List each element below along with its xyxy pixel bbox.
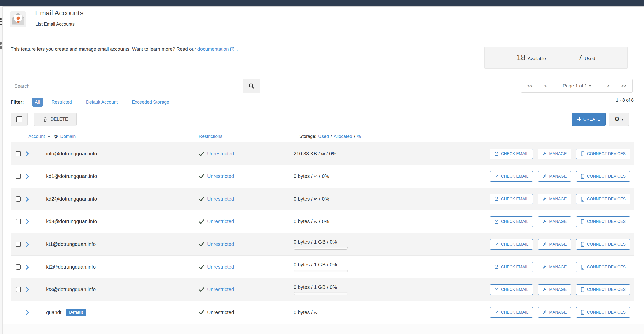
connect-devices-button[interactable]: CONNECT DEVICES: [576, 307, 630, 318]
mobile-device-icon: [581, 219, 585, 224]
external-link-icon: [494, 265, 499, 269]
storage-usage: 0 bytes / 1 GB / 0%: [294, 284, 337, 290]
expand-chevron-right-icon[interactable]: [25, 151, 30, 157]
expand-chevron-right-icon[interactable]: [25, 196, 30, 202]
check-email-button[interactable]: CHECK EMAIL: [490, 307, 533, 318]
external-link-icon: [494, 219, 499, 224]
mobile-device-icon: [581, 197, 585, 202]
intro-text: This feature lets you create and manage …: [11, 46, 238, 52]
filter-row: Filter: All Restricted Default Account E…: [11, 97, 183, 107]
available-value: 18: [517, 53, 525, 62]
connect-devices-button[interactable]: CONNECT DEVICES: [576, 171, 630, 182]
plus-icon: [577, 117, 581, 121]
expand-chevron-right-icon[interactable]: [25, 173, 30, 179]
wrench-icon: [542, 242, 547, 247]
row-checkbox[interactable]: [16, 174, 21, 179]
restriction-link[interactable]: Unrestricted: [207, 264, 234, 270]
external-link-icon: [494, 152, 499, 156]
top-navigation-bar: [0, 0, 644, 6]
restriction-link[interactable]: Unrestricted: [207, 151, 234, 157]
check-email-button[interactable]: CHECK EMAIL: [490, 239, 533, 250]
table-header: Account @ Domain Restrictions Storage: U…: [11, 131, 634, 142]
expand-chevron-right-icon[interactable]: [25, 241, 30, 247]
delete-button[interactable]: DELETE: [34, 113, 77, 126]
pagination-first-button[interactable]: <<: [521, 79, 539, 93]
table-row: kt3@dotrungquan.info Unrestricted 0 byte…: [11, 278, 634, 301]
expand-chevron-right-icon[interactable]: [25, 264, 30, 270]
account-email: kt2@dotrungquan.info: [46, 264, 96, 270]
usage-stats-box: 18 Available 7 Used: [484, 47, 628, 69]
connect-devices-button[interactable]: CONNECT DEVICES: [576, 194, 630, 204]
pagination-next-button[interactable]: >: [601, 79, 615, 93]
search-input[interactable]: [11, 79, 243, 93]
check-email-button[interactable]: CHECK EMAIL: [490, 216, 533, 227]
row-checkbox[interactable]: [16, 196, 21, 202]
check-email-button[interactable]: CHECK EMAIL: [490, 284, 533, 295]
sort-restrictions-link[interactable]: Restrictions: [199, 134, 222, 139]
table-row: quandt Default Unrestricted 0 bytes / ∞ …: [11, 301, 634, 324]
create-button[interactable]: CREATE: [572, 113, 606, 126]
sort-account-link[interactable]: Account: [28, 134, 45, 139]
pagination-page-selector[interactable]: Page 1 of 1 ▾: [552, 79, 601, 93]
expand-chevron-right-icon[interactable]: [25, 309, 30, 315]
restriction-link[interactable]: Unrestricted: [207, 196, 234, 202]
caret-down-icon: ▾: [622, 117, 623, 121]
row-checkbox[interactable]: [16, 219, 21, 224]
caret-down-icon: ▾: [589, 84, 591, 88]
row-checkbox[interactable]: [16, 242, 21, 247]
table-row: info@dotrungquan.info Unrestricted 210.3…: [11, 142, 634, 165]
manage-button[interactable]: MANAGE: [538, 216, 571, 227]
filter-restricted[interactable]: Restricted: [52, 100, 72, 105]
sort-domain-link[interactable]: Domain: [60, 134, 76, 139]
check-icon: [199, 310, 204, 315]
filter-exceeded-storage[interactable]: Exceeded Storage: [132, 100, 169, 105]
search-button[interactable]: [243, 79, 260, 93]
check-email-button[interactable]: CHECK EMAIL: [490, 149, 533, 159]
row-checkbox[interactable]: [16, 287, 21, 292]
sort-storage-used-link[interactable]: Used: [318, 134, 329, 139]
available-label: Available: [528, 56, 546, 61]
pagination-last-button[interactable]: >>: [615, 79, 633, 93]
restriction-link: Unrestricted: [207, 310, 234, 315]
connect-devices-button[interactable]: CONNECT DEVICES: [576, 284, 630, 295]
sort-storage-percent-link[interactable]: %: [357, 134, 361, 139]
manage-button[interactable]: MANAGE: [538, 194, 571, 204]
connect-devices-button[interactable]: CONNECT DEVICES: [576, 262, 630, 272]
connect-devices-button[interactable]: CONNECT DEVICES: [576, 216, 630, 227]
storage-progress-bar: [294, 247, 348, 250]
check-icon: [199, 219, 204, 224]
restriction-link[interactable]: Unrestricted: [207, 173, 234, 179]
filter-default-account[interactable]: Default Account: [86, 100, 118, 105]
table-row: kt2@dotrungquan.info Unrestricted 0 byte…: [11, 256, 634, 278]
manage-button[interactable]: MANAGE: [538, 307, 571, 318]
wrench-icon: [542, 265, 547, 269]
manage-button[interactable]: MANAGE: [538, 171, 571, 182]
pagination-prev-button[interactable]: <: [539, 79, 552, 93]
check-email-button[interactable]: CHECK EMAIL: [490, 262, 533, 272]
manage-button[interactable]: MANAGE: [538, 262, 571, 272]
expand-chevron-right-icon[interactable]: [25, 287, 30, 293]
wrench-icon: [542, 152, 547, 156]
filter-all[interactable]: All: [32, 98, 43, 107]
manage-button[interactable]: MANAGE: [538, 239, 571, 250]
row-checkbox[interactable]: [16, 151, 21, 156]
manage-button[interactable]: MANAGE: [538, 284, 571, 295]
documentation-link[interactable]: documentation: [197, 46, 229, 52]
row-checkbox[interactable]: [16, 264, 21, 270]
expand-chevron-right-icon[interactable]: [25, 219, 30, 225]
external-link-icon: [494, 287, 499, 292]
check-email-button[interactable]: CHECK EMAIL: [490, 194, 533, 204]
manage-button[interactable]: MANAGE: [538, 149, 571, 159]
sort-storage-allocated-link[interactable]: Allocated: [334, 134, 352, 139]
restriction-link[interactable]: Unrestricted: [207, 241, 234, 247]
select-all-checkbox[interactable]: [11, 113, 28, 126]
restriction-link[interactable]: Unrestricted: [207, 287, 234, 292]
account-email: kd3@dotrungquan.info: [46, 219, 97, 225]
check-email-button[interactable]: CHECK EMAIL: [490, 171, 533, 182]
external-link-icon: [494, 197, 499, 201]
connect-devices-button[interactable]: CONNECT DEVICES: [576, 239, 630, 250]
settings-dropdown-button[interactable]: ⚙ ▾: [609, 113, 629, 126]
connect-devices-button[interactable]: CONNECT DEVICES: [576, 149, 630, 159]
restriction-link[interactable]: Unrestricted: [207, 219, 234, 225]
check-icon: [199, 151, 204, 156]
